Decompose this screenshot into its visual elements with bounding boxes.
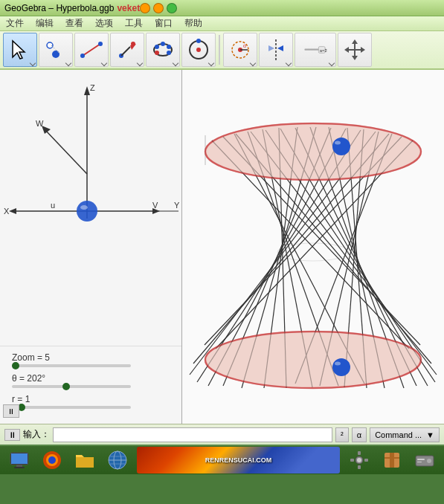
svg-marker-25 bbox=[268, 45, 274, 51]
svg-text:α: α bbox=[243, 43, 246, 48]
maximize-button[interactable] bbox=[153, 3, 164, 13]
menu-edit[interactable]: 编辑 bbox=[33, 17, 57, 30]
vector-icon bbox=[115, 38, 139, 62]
tool-conic[interactable] bbox=[146, 33, 180, 67]
menu-file[interactable]: 文件 bbox=[3, 17, 27, 30]
r-track[interactable] bbox=[12, 406, 131, 409]
taskbar-drive[interactable] bbox=[411, 447, 438, 474]
axes-area[interactable]: Z W X u V bbox=[0, 70, 181, 346]
tool-point[interactable] bbox=[39, 33, 73, 67]
line-icon bbox=[80, 38, 103, 62]
svg-rect-99 bbox=[358, 451, 361, 455]
svg-marker-26 bbox=[277, 45, 283, 51]
window-buttons bbox=[140, 3, 177, 13]
svg-line-34 bbox=[45, 129, 87, 174]
taskbar-folder[interactable] bbox=[71, 447, 98, 474]
tool-move[interactable] bbox=[338, 33, 372, 67]
move-icon bbox=[343, 38, 367, 62]
svg-point-12 bbox=[155, 45, 159, 49]
tool-line[interactable] bbox=[74, 33, 109, 67]
right-panel[interactable] bbox=[182, 70, 444, 424]
sliders-area: Zoom = 5 θ = 202° r = 1 bbox=[0, 346, 181, 424]
svg-marker-32 bbox=[84, 86, 90, 95]
circle-icon bbox=[187, 38, 210, 62]
hyperbola-svg bbox=[182, 70, 444, 424]
tool-pointer[interactable] bbox=[3, 33, 37, 67]
conic-icon bbox=[151, 38, 175, 62]
globe-icon bbox=[107, 450, 128, 471]
banner-content: RENRENSUCAI.COM bbox=[137, 447, 340, 474]
svg-point-16 bbox=[167, 51, 171, 55]
taskbar-settings[interactable] bbox=[346, 447, 373, 474]
angle-icon: α bbox=[228, 38, 252, 62]
minimize-button[interactable] bbox=[140, 3, 150, 13]
svg-rect-108 bbox=[417, 459, 425, 460]
svg-point-81 bbox=[332, 138, 350, 155]
tool-vector[interactable] bbox=[110, 33, 144, 67]
main-area: Z W X u V bbox=[0, 70, 444, 424]
axes-svg: Z W X u V bbox=[0, 70, 182, 308]
theta-track[interactable] bbox=[12, 385, 131, 388]
svg-point-98 bbox=[357, 458, 361, 462]
pointer-icon bbox=[8, 38, 32, 62]
superscript-button[interactable]: ² bbox=[335, 427, 349, 442]
command-input[interactable] bbox=[53, 427, 332, 442]
svg-line-4 bbox=[83, 44, 100, 56]
svg-point-107 bbox=[427, 459, 431, 463]
tool-circle[interactable] bbox=[181, 33, 216, 67]
taskbar-package[interactable] bbox=[379, 447, 405, 474]
tool-transform[interactable] bbox=[259, 33, 293, 67]
pause-indicator[interactable]: ⏸ bbox=[4, 429, 20, 441]
title-text: GeoGebra – Hyperbola.ggb bbox=[4, 3, 114, 13]
dropdown-arrow-icon: ▼ bbox=[426, 430, 434, 439]
menubar: 文件 编辑 查看 选项 工具 窗口 帮助 bbox=[0, 16, 444, 31]
svg-marker-38 bbox=[9, 208, 16, 214]
command-button[interactable]: Command ... ▼ bbox=[370, 427, 440, 442]
svg-line-9 bbox=[121, 47, 130, 56]
svg-text:V: V bbox=[152, 201, 158, 210]
svg-point-80 bbox=[205, 332, 421, 388]
svg-point-46 bbox=[77, 201, 97, 222]
pause-button[interactable]: ⏸ bbox=[3, 404, 19, 418]
taskbar-globe[interactable] bbox=[104, 447, 131, 474]
svg-text:u: u bbox=[51, 201, 55, 210]
menu-help[interactable]: 帮助 bbox=[181, 17, 205, 30]
svg-marker-30 bbox=[344, 39, 365, 60]
taskbar-monitor[interactable] bbox=[6, 447, 33, 474]
toolbar-sep1 bbox=[219, 35, 220, 65]
svg-point-6 bbox=[98, 42, 103, 46]
svg-point-82 bbox=[335, 141, 341, 145]
svg-rect-102 bbox=[364, 459, 368, 462]
slider-icon: a=2 bbox=[303, 38, 327, 62]
svg-rect-86 bbox=[11, 453, 28, 464]
close-button[interactable] bbox=[167, 3, 177, 13]
svg-text:Y: Y bbox=[174, 201, 180, 210]
svg-point-84 bbox=[335, 362, 341, 366]
tool-slider[interactable]: a=2 bbox=[295, 33, 336, 67]
menu-window[interactable]: 窗口 bbox=[152, 17, 176, 30]
monitor-icon bbox=[9, 450, 30, 471]
theta-label: θ = 202° bbox=[12, 373, 170, 384]
drive-icon bbox=[414, 450, 435, 471]
menu-tools[interactable]: 工具 bbox=[122, 17, 146, 30]
svg-point-1 bbox=[52, 51, 59, 58]
menu-view[interactable]: 查看 bbox=[62, 17, 86, 30]
toolbar: α a=2 bbox=[0, 31, 444, 70]
menu-options[interactable]: 选项 bbox=[92, 17, 116, 30]
left-panel: Z W X u V bbox=[0, 70, 182, 424]
browser-icon bbox=[42, 450, 62, 471]
zoom-track[interactable] bbox=[12, 364, 131, 367]
theta-thumb[interactable] bbox=[62, 383, 70, 390]
taskbar: RENRENSUCAI.COM bbox=[0, 445, 444, 474]
brand-text: veket bbox=[117, 3, 140, 13]
settings-icon bbox=[349, 450, 370, 471]
svg-point-91 bbox=[48, 456, 56, 464]
tool-angle[interactable]: α bbox=[223, 33, 257, 67]
alpha-button[interactable]: α bbox=[352, 427, 367, 442]
svg-text:W: W bbox=[36, 119, 44, 128]
bottom-strip: ⏸ 输入： ² α Command ... ▼ bbox=[0, 424, 444, 445]
taskbar-browser[interactable] bbox=[39, 447, 65, 474]
r-label: r = 1 bbox=[12, 394, 170, 404]
zoom-thumb[interactable] bbox=[12, 362, 19, 369]
titlebar: GeoGebra – Hyperbola.ggb veket bbox=[0, 0, 444, 16]
